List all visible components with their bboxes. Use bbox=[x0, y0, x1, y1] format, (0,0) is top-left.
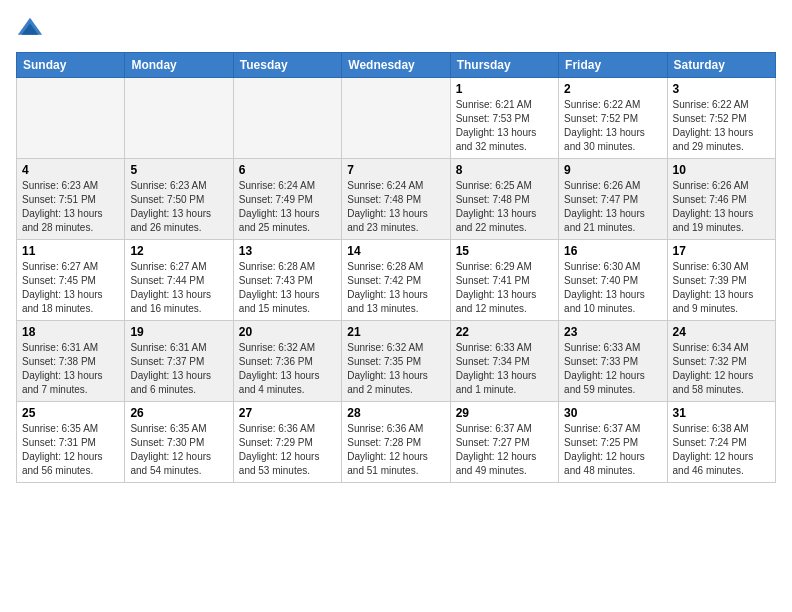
calendar-cell: 6Sunrise: 6:24 AM Sunset: 7:49 PM Daylig… bbox=[233, 159, 341, 240]
weekday-header-saturday: Saturday bbox=[667, 53, 775, 78]
day-number: 5 bbox=[130, 163, 227, 177]
day-number: 16 bbox=[564, 244, 661, 258]
calendar-cell: 29Sunrise: 6:37 AM Sunset: 7:27 PM Dayli… bbox=[450, 402, 558, 483]
calendar-week-4: 18Sunrise: 6:31 AM Sunset: 7:38 PM Dayli… bbox=[17, 321, 776, 402]
calendar-cell: 15Sunrise: 6:29 AM Sunset: 7:41 PM Dayli… bbox=[450, 240, 558, 321]
day-info: Sunrise: 6:31 AM Sunset: 7:37 PM Dayligh… bbox=[130, 341, 227, 397]
day-number: 23 bbox=[564, 325, 661, 339]
day-number: 3 bbox=[673, 82, 770, 96]
day-info: Sunrise: 6:35 AM Sunset: 7:30 PM Dayligh… bbox=[130, 422, 227, 478]
calendar-cell: 17Sunrise: 6:30 AM Sunset: 7:39 PM Dayli… bbox=[667, 240, 775, 321]
day-number: 11 bbox=[22, 244, 119, 258]
calendar-week-2: 4Sunrise: 6:23 AM Sunset: 7:51 PM Daylig… bbox=[17, 159, 776, 240]
day-number: 1 bbox=[456, 82, 553, 96]
calendar-cell: 16Sunrise: 6:30 AM Sunset: 7:40 PM Dayli… bbox=[559, 240, 667, 321]
day-number: 9 bbox=[564, 163, 661, 177]
weekday-header-thursday: Thursday bbox=[450, 53, 558, 78]
calendar-cell: 1Sunrise: 6:21 AM Sunset: 7:53 PM Daylig… bbox=[450, 78, 558, 159]
day-info: Sunrise: 6:31 AM Sunset: 7:38 PM Dayligh… bbox=[22, 341, 119, 397]
day-info: Sunrise: 6:36 AM Sunset: 7:29 PM Dayligh… bbox=[239, 422, 336, 478]
day-info: Sunrise: 6:23 AM Sunset: 7:51 PM Dayligh… bbox=[22, 179, 119, 235]
calendar-cell: 26Sunrise: 6:35 AM Sunset: 7:30 PM Dayli… bbox=[125, 402, 233, 483]
calendar-cell: 11Sunrise: 6:27 AM Sunset: 7:45 PM Dayli… bbox=[17, 240, 125, 321]
calendar-cell: 27Sunrise: 6:36 AM Sunset: 7:29 PM Dayli… bbox=[233, 402, 341, 483]
day-info: Sunrise: 6:33 AM Sunset: 7:33 PM Dayligh… bbox=[564, 341, 661, 397]
day-info: Sunrise: 6:23 AM Sunset: 7:50 PM Dayligh… bbox=[130, 179, 227, 235]
day-info: Sunrise: 6:25 AM Sunset: 7:48 PM Dayligh… bbox=[456, 179, 553, 235]
calendar-week-3: 11Sunrise: 6:27 AM Sunset: 7:45 PM Dayli… bbox=[17, 240, 776, 321]
weekday-header-sunday: Sunday bbox=[17, 53, 125, 78]
calendar-cell: 20Sunrise: 6:32 AM Sunset: 7:36 PM Dayli… bbox=[233, 321, 341, 402]
day-number: 25 bbox=[22, 406, 119, 420]
day-number: 24 bbox=[673, 325, 770, 339]
calendar-cell: 24Sunrise: 6:34 AM Sunset: 7:32 PM Dayli… bbox=[667, 321, 775, 402]
day-info: Sunrise: 6:35 AM Sunset: 7:31 PM Dayligh… bbox=[22, 422, 119, 478]
calendar-cell: 22Sunrise: 6:33 AM Sunset: 7:34 PM Dayli… bbox=[450, 321, 558, 402]
weekday-header-monday: Monday bbox=[125, 53, 233, 78]
calendar-cell bbox=[125, 78, 233, 159]
calendar-cell: 19Sunrise: 6:31 AM Sunset: 7:37 PM Dayli… bbox=[125, 321, 233, 402]
day-info: Sunrise: 6:34 AM Sunset: 7:32 PM Dayligh… bbox=[673, 341, 770, 397]
day-info: Sunrise: 6:27 AM Sunset: 7:45 PM Dayligh… bbox=[22, 260, 119, 316]
calendar-cell bbox=[233, 78, 341, 159]
day-number: 6 bbox=[239, 163, 336, 177]
day-info: Sunrise: 6:29 AM Sunset: 7:41 PM Dayligh… bbox=[456, 260, 553, 316]
calendar-cell: 23Sunrise: 6:33 AM Sunset: 7:33 PM Dayli… bbox=[559, 321, 667, 402]
calendar-table: SundayMondayTuesdayWednesdayThursdayFrid… bbox=[16, 52, 776, 483]
day-number: 2 bbox=[564, 82, 661, 96]
day-number: 30 bbox=[564, 406, 661, 420]
calendar-cell: 4Sunrise: 6:23 AM Sunset: 7:51 PM Daylig… bbox=[17, 159, 125, 240]
day-number: 12 bbox=[130, 244, 227, 258]
day-info: Sunrise: 6:38 AM Sunset: 7:24 PM Dayligh… bbox=[673, 422, 770, 478]
day-number: 27 bbox=[239, 406, 336, 420]
day-number: 26 bbox=[130, 406, 227, 420]
day-info: Sunrise: 6:37 AM Sunset: 7:25 PM Dayligh… bbox=[564, 422, 661, 478]
day-number: 20 bbox=[239, 325, 336, 339]
calendar-week-5: 25Sunrise: 6:35 AM Sunset: 7:31 PM Dayli… bbox=[17, 402, 776, 483]
calendar-cell: 10Sunrise: 6:26 AM Sunset: 7:46 PM Dayli… bbox=[667, 159, 775, 240]
calendar-cell: 3Sunrise: 6:22 AM Sunset: 7:52 PM Daylig… bbox=[667, 78, 775, 159]
day-info: Sunrise: 6:24 AM Sunset: 7:48 PM Dayligh… bbox=[347, 179, 444, 235]
day-info: Sunrise: 6:32 AM Sunset: 7:35 PM Dayligh… bbox=[347, 341, 444, 397]
day-number: 19 bbox=[130, 325, 227, 339]
day-number: 13 bbox=[239, 244, 336, 258]
day-info: Sunrise: 6:28 AM Sunset: 7:42 PM Dayligh… bbox=[347, 260, 444, 316]
calendar-cell bbox=[342, 78, 450, 159]
day-info: Sunrise: 6:26 AM Sunset: 7:47 PM Dayligh… bbox=[564, 179, 661, 235]
day-info: Sunrise: 6:37 AM Sunset: 7:27 PM Dayligh… bbox=[456, 422, 553, 478]
calendar-cell: 31Sunrise: 6:38 AM Sunset: 7:24 PM Dayli… bbox=[667, 402, 775, 483]
calendar-cell: 12Sunrise: 6:27 AM Sunset: 7:44 PM Dayli… bbox=[125, 240, 233, 321]
day-info: Sunrise: 6:22 AM Sunset: 7:52 PM Dayligh… bbox=[564, 98, 661, 154]
day-info: Sunrise: 6:22 AM Sunset: 7:52 PM Dayligh… bbox=[673, 98, 770, 154]
calendar-cell: 8Sunrise: 6:25 AM Sunset: 7:48 PM Daylig… bbox=[450, 159, 558, 240]
day-info: Sunrise: 6:26 AM Sunset: 7:46 PM Dayligh… bbox=[673, 179, 770, 235]
logo bbox=[16, 16, 48, 44]
calendar-cell: 25Sunrise: 6:35 AM Sunset: 7:31 PM Dayli… bbox=[17, 402, 125, 483]
day-number: 29 bbox=[456, 406, 553, 420]
day-info: Sunrise: 6:28 AM Sunset: 7:43 PM Dayligh… bbox=[239, 260, 336, 316]
calendar-cell: 7Sunrise: 6:24 AM Sunset: 7:48 PM Daylig… bbox=[342, 159, 450, 240]
day-number: 7 bbox=[347, 163, 444, 177]
calendar-cell: 13Sunrise: 6:28 AM Sunset: 7:43 PM Dayli… bbox=[233, 240, 341, 321]
calendar-cell: 2Sunrise: 6:22 AM Sunset: 7:52 PM Daylig… bbox=[559, 78, 667, 159]
weekday-header-friday: Friday bbox=[559, 53, 667, 78]
day-number: 18 bbox=[22, 325, 119, 339]
calendar-week-1: 1Sunrise: 6:21 AM Sunset: 7:53 PM Daylig… bbox=[17, 78, 776, 159]
day-number: 17 bbox=[673, 244, 770, 258]
day-info: Sunrise: 6:32 AM Sunset: 7:36 PM Dayligh… bbox=[239, 341, 336, 397]
day-info: Sunrise: 6:27 AM Sunset: 7:44 PM Dayligh… bbox=[130, 260, 227, 316]
page-header bbox=[16, 16, 776, 44]
calendar-cell: 28Sunrise: 6:36 AM Sunset: 7:28 PM Dayli… bbox=[342, 402, 450, 483]
logo-icon bbox=[16, 16, 44, 44]
day-number: 21 bbox=[347, 325, 444, 339]
calendar-cell: 5Sunrise: 6:23 AM Sunset: 7:50 PM Daylig… bbox=[125, 159, 233, 240]
calendar-cell: 21Sunrise: 6:32 AM Sunset: 7:35 PM Dayli… bbox=[342, 321, 450, 402]
calendar-cell: 18Sunrise: 6:31 AM Sunset: 7:38 PM Dayli… bbox=[17, 321, 125, 402]
day-info: Sunrise: 6:30 AM Sunset: 7:39 PM Dayligh… bbox=[673, 260, 770, 316]
calendar-cell bbox=[17, 78, 125, 159]
day-number: 28 bbox=[347, 406, 444, 420]
day-info: Sunrise: 6:30 AM Sunset: 7:40 PM Dayligh… bbox=[564, 260, 661, 316]
day-info: Sunrise: 6:24 AM Sunset: 7:49 PM Dayligh… bbox=[239, 179, 336, 235]
calendar-cell: 14Sunrise: 6:28 AM Sunset: 7:42 PM Dayli… bbox=[342, 240, 450, 321]
day-number: 22 bbox=[456, 325, 553, 339]
